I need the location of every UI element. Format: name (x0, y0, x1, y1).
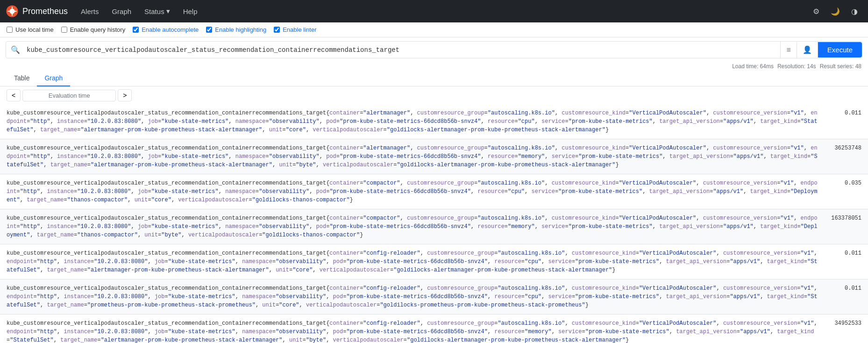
enable-highlighting-label[interactable]: Enable highlighting (206, 26, 266, 33)
enable-linter-checkbox[interactable] (274, 27, 280, 33)
search-input[interactable] (25, 43, 780, 57)
search-action-group: ≡ 👤 Execute (780, 42, 862, 58)
info-button[interactable]: 👤 (797, 42, 818, 58)
theme-moon-button[interactable]: 🌙 (826, 4, 845, 19)
result-value: 163378051 (824, 215, 861, 222)
result-metric: kube_customresource_verticalpodautoscale… (7, 144, 818, 169)
result-value: 0.011 (824, 285, 861, 292)
eval-next-button[interactable]: > (118, 89, 132, 101)
svg-rect-5 (14, 11, 17, 12)
search-icon: 🔍 (6, 45, 25, 54)
help-link[interactable]: Help (178, 5, 203, 18)
prometheus-logo (6, 5, 19, 18)
status-bar: Load time: 64ms Resolution: 14s Result s… (0, 62, 868, 71)
table-row: kube_customresource_verticalpodautoscale… (0, 104, 868, 139)
tab-table[interactable]: Table (7, 71, 37, 86)
tab-graph[interactable]: Graph (37, 71, 70, 86)
result-value: 36253748 (824, 145, 861, 151)
resolution: Resolution: 14s (777, 63, 816, 70)
table-row: kube_customresource_verticalpodautoscale… (0, 244, 868, 279)
enable-query-history-checkbox[interactable] (61, 27, 67, 33)
enable-highlighting-checkbox[interactable] (206, 27, 212, 33)
brand-text: Prometheus (22, 7, 68, 16)
load-time: Load time: 64ms (732, 63, 774, 70)
eval-bar: < > (0, 86, 868, 104)
result-value: 0.011 (824, 110, 861, 116)
navbar-icon-group: ⚙ 🌙 ◑ (808, 4, 862, 19)
table-row: kube_customresource_verticalpodautoscale… (0, 279, 868, 314)
contrast-button[interactable]: ◑ (847, 4, 862, 19)
brand-link[interactable]: Prometheus (6, 5, 68, 18)
settings-button[interactable]: ⚙ (808, 4, 824, 19)
enable-query-history-label[interactable]: Enable query history (61, 26, 126, 33)
eval-prev-button[interactable]: < (7, 89, 21, 101)
result-metric: kube_customresource_verticalpodautoscale… (7, 109, 818, 134)
result-series: Result series: 48 (820, 63, 861, 70)
table-row: kube_customresource_verticalpodautoscale… (0, 174, 868, 209)
result-metric: kube_customresource_verticalpodautoscale… (7, 179, 818, 204)
svg-rect-3 (12, 13, 13, 16)
alerts-link[interactable]: Alerts (75, 5, 104, 18)
use-local-time-label[interactable]: Use local time (7, 26, 54, 33)
use-local-time-checkbox[interactable] (7, 27, 13, 33)
result-metric: kube_customresource_verticalpodautoscale… (7, 249, 818, 274)
svg-rect-2 (12, 7, 13, 9)
svg-point-1 (9, 8, 14, 14)
results-container: kube_customresource_verticalpodautoscale… (0, 104, 868, 343)
enable-autocomplete-checkbox[interactable] (133, 27, 139, 33)
result-value: 34952533 (824, 320, 861, 327)
tabs-bar: Table Graph (0, 71, 868, 86)
result-metric: kube_customresource_verticalpodautoscale… (7, 284, 818, 309)
result-metric: kube_customresource_verticalpodautoscale… (7, 319, 818, 343)
enable-linter-label[interactable]: Enable linter (274, 26, 316, 33)
search-bar: 🔍 ≡ 👤 Execute (6, 41, 862, 58)
toolbar: Use local time Enable query history Enab… (0, 22, 868, 37)
result-value: 0.035 (824, 180, 861, 186)
eval-time-input[interactable] (22, 90, 116, 101)
table-row: kube_customresource_verticalpodautoscale… (0, 314, 868, 343)
execute-button[interactable]: Execute (818, 42, 862, 57)
status-dropdown[interactable]: Status ▾ (139, 4, 176, 18)
svg-rect-4 (7, 11, 10, 12)
enable-autocomplete-label[interactable]: Enable autocomplete (133, 26, 199, 33)
table-row: kube_customresource_verticalpodautoscale… (0, 209, 868, 244)
result-metric: kube_customresource_verticalpodautoscale… (7, 214, 818, 239)
list-view-button[interactable]: ≡ (781, 42, 797, 58)
chevron-down-icon: ▾ (166, 7, 170, 15)
navbar: Prometheus Alerts Graph Status ▾ Help ⚙ … (0, 0, 868, 22)
result-value: 0.011 (824, 250, 861, 257)
table-row: kube_customresource_verticalpodautoscale… (0, 139, 868, 174)
graph-link[interactable]: Graph (106, 5, 137, 18)
nav-links: Alerts Graph Status ▾ Help (75, 4, 808, 18)
